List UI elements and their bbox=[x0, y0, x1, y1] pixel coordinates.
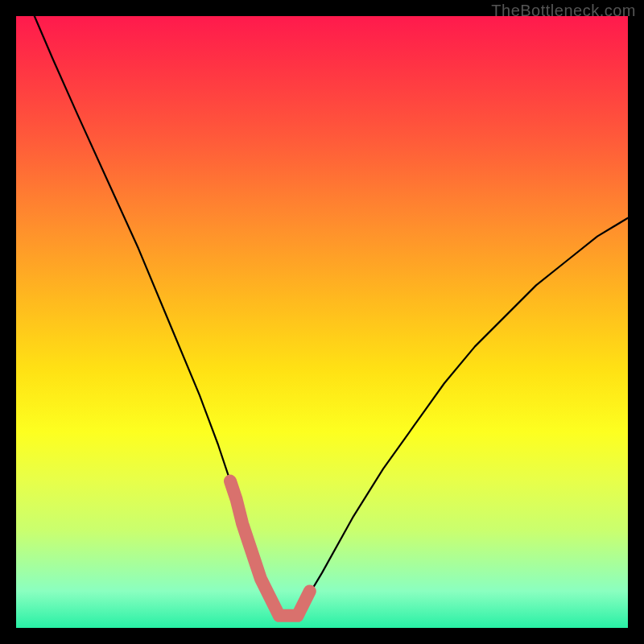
chart-frame: TheBottleneck.com bbox=[0, 0, 644, 644]
optimal-zone-highlight bbox=[230, 481, 310, 616]
chart-svg bbox=[16, 16, 628, 628]
chart-plot-area bbox=[16, 16, 628, 628]
bottleneck-curve-line bbox=[35, 16, 628, 616]
